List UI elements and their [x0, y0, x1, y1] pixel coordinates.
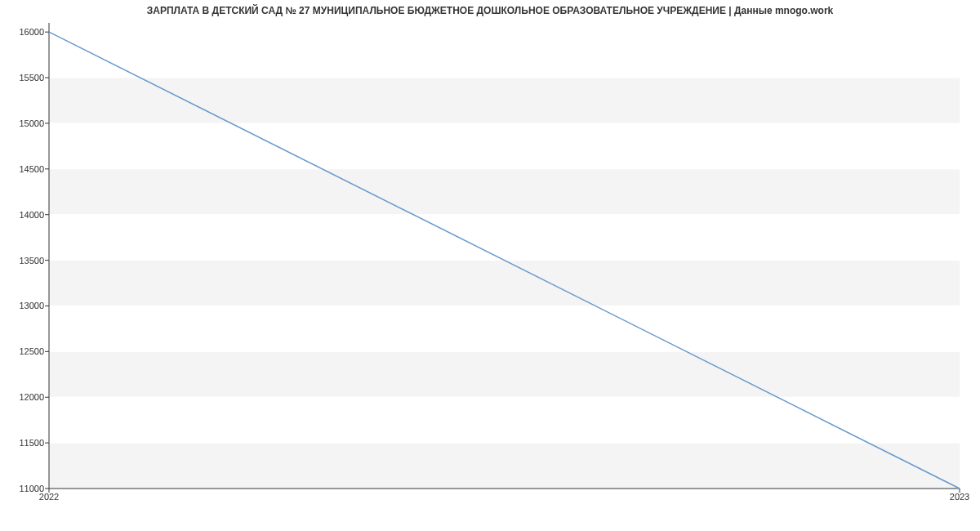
svg-rect-3: [49, 306, 960, 351]
chart-svg: [49, 23, 960, 489]
y-tick-label: 11000: [3, 484, 44, 493]
svg-rect-7: [49, 123, 960, 169]
chart-title: ЗАРПЛАТА В ДЕТСКИЙ САД № 27 МУНИЦИПАЛЬНО…: [0, 5, 980, 16]
svg-rect-2: [49, 351, 960, 397]
y-tick-label: 15000: [3, 118, 44, 128]
y-tick-label: 13000: [3, 301, 44, 310]
svg-rect-5: [49, 215, 960, 261]
svg-rect-6: [49, 169, 960, 215]
svg-rect-4: [49, 261, 960, 306]
x-tick-label: 2022: [39, 492, 59, 502]
svg-rect-9: [49, 32, 960, 78]
y-tick-label: 15500: [3, 73, 44, 83]
plot-area: [49, 23, 960, 489]
y-tick-label: 16000: [3, 27, 44, 37]
y-tick-label: 11500: [3, 438, 44, 448]
svg-rect-10: [49, 23, 960, 32]
y-tick-label: 14000: [3, 210, 44, 220]
y-tick-label: 13500: [3, 256, 44, 266]
y-tick-label: 12500: [3, 346, 44, 356]
y-tick-label: 12000: [3, 392, 44, 402]
x-tick-label: 2023: [950, 492, 969, 502]
svg-rect-0: [49, 443, 960, 489]
y-tick-label: 14500: [3, 164, 44, 174]
